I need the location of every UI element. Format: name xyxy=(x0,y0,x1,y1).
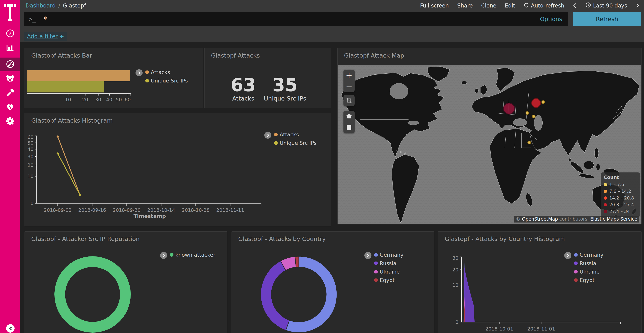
svg-text:20: 20 xyxy=(28,162,34,168)
legend-item[interactable]: Unique Src IPs xyxy=(145,78,188,84)
time-range-button[interactable]: Last 90 days xyxy=(585,2,627,9)
legend-item[interactable]: Germany xyxy=(574,252,603,258)
legend-toggle-chevron-icon[interactable] xyxy=(564,252,571,259)
refresh-cycle-icon xyxy=(524,2,529,9)
query-text[interactable]: * xyxy=(44,15,540,23)
share-button[interactable]: Share xyxy=(457,3,473,9)
legend-item[interactable]: Attacks xyxy=(274,132,317,138)
metric-label: Attacks xyxy=(222,95,264,102)
heartbeat-icon xyxy=(5,102,15,113)
legend-toggle-chevron-icon[interactable] xyxy=(136,69,142,76)
svg-text:20: 20 xyxy=(452,267,458,272)
panel-title[interactable]: Glastopf Attack Map xyxy=(344,52,404,59)
time-next-button[interactable] xyxy=(636,3,640,9)
legend-item[interactable]: Russia xyxy=(374,260,404,266)
sidebar-item-devtools[interactable] xyxy=(0,86,20,100)
legend-item[interactable]: known attacker xyxy=(170,252,216,258)
map-legend-bucket: 7.6 – 14.2 xyxy=(604,189,637,194)
legend-toggle-chevron-icon[interactable] xyxy=(160,252,167,259)
metric-value: 35 xyxy=(262,76,308,94)
sidebar-item-visualize[interactable] xyxy=(0,41,20,55)
auto-refresh-button[interactable]: Auto-refresh xyxy=(524,2,564,9)
map-attack-marker[interactable] xyxy=(503,103,515,115)
axis-tick-label: 20 xyxy=(79,97,91,102)
legend: AttacksUnique Src IPs xyxy=(136,69,188,84)
legend-item[interactable]: Unique Src IPs xyxy=(274,140,317,146)
map-draw-rectangle-button[interactable] xyxy=(344,122,354,133)
legend-toggle-chevron-icon[interactable] xyxy=(264,132,272,139)
map-attack-marker[interactable] xyxy=(532,115,536,118)
time-prev-button[interactable] xyxy=(573,3,577,9)
legend-item[interactable]: Germany xyxy=(374,252,404,258)
bar-unique-src-ips[interactable] xyxy=(27,81,104,93)
attacks-by-country-area-chart[interactable]: 01020302018-10-012018-11-01Timestamp xyxy=(438,231,641,333)
map-attack-marker[interactable] xyxy=(542,100,545,104)
sidebar-item-dashboard[interactable] xyxy=(0,58,20,71)
full-screen-button[interactable]: Full screen xyxy=(420,3,449,9)
map-attack-marker[interactable] xyxy=(528,141,531,144)
legend-item[interactable]: Russia xyxy=(574,260,603,266)
sidebar-item-discover[interactable] xyxy=(0,27,20,41)
svg-text:50: 50 xyxy=(28,140,34,146)
nav-actions: Full screen Share Clone Edit Auto-refres… xyxy=(420,0,640,11)
svg-text:2018-09-02: 2018-09-02 xyxy=(44,207,72,213)
world-map[interactable]: + − Count 1 – 7.67.6 – 14.214.2 – 20.8 xyxy=(338,65,641,224)
map-zoom-in-button[interactable]: + xyxy=(344,70,354,81)
bar-attacks[interactable] xyxy=(27,70,130,81)
telekom-t-logo[interactable] xyxy=(4,4,16,22)
clone-button[interactable]: Clone xyxy=(481,3,496,9)
metric-attacks: 63 Attacks xyxy=(222,76,264,102)
query-options-link[interactable]: Options xyxy=(540,16,562,23)
legend-dot xyxy=(574,278,578,282)
svg-text:2018-10-01: 2018-10-01 xyxy=(485,326,513,332)
breadcrumb-dashboard-link[interactable]: Dashboard xyxy=(26,2,56,9)
metric-label: Unique Src IPs xyxy=(262,95,308,102)
svg-text:0: 0 xyxy=(456,319,458,325)
axis-tick-label: 30 xyxy=(92,97,104,102)
breadcrumb-current: Glastopf xyxy=(63,2,86,9)
openstreetmap-link[interactable]: OpenStreetMap xyxy=(522,216,558,222)
panel-title[interactable]: Glastopf Attacks Bar xyxy=(31,52,92,59)
legend-item[interactable]: Attacks xyxy=(145,69,188,75)
refresh-button[interactable]: Refresh xyxy=(573,12,641,26)
elastic-maps-service-link[interactable]: Elastic Maps Service xyxy=(590,216,637,222)
sidebar-item-tpot[interactable] xyxy=(0,72,20,86)
map-zoom-out-button[interactable]: − xyxy=(344,81,354,92)
attacks-bar-chart[interactable]: 102030405060 xyxy=(27,70,142,107)
top-bar: Dashboard / Glastopf Full screen Share C… xyxy=(20,0,644,42)
svg-text:10: 10 xyxy=(28,174,34,179)
metric-unique-src-ips: 35 Unique Src IPs xyxy=(262,76,308,102)
map-fit-bounds-button[interactable] xyxy=(344,95,354,106)
legend-dot xyxy=(574,261,578,265)
breadcrumb: Dashboard / Glastopf xyxy=(26,0,86,11)
gauge-icon xyxy=(5,59,15,70)
legend-item[interactable]: Egypt xyxy=(374,277,404,283)
legend-dot xyxy=(274,133,278,136)
sidebar-item-management[interactable] xyxy=(0,115,20,129)
sidebar-item-monitoring[interactable] xyxy=(0,101,20,114)
legend: AttacksUnique Src IPs xyxy=(264,132,317,146)
legend-item[interactable]: Egypt xyxy=(574,277,603,283)
svg-text:2018-10-28: 2018-10-28 xyxy=(182,207,210,213)
axis-tick-label: 10 xyxy=(62,97,74,102)
edit-button[interactable]: Edit xyxy=(505,3,515,9)
legend-item[interactable]: Ukraine xyxy=(574,269,603,275)
map-attack-marker[interactable] xyxy=(531,98,541,108)
reputation-donut-chart[interactable] xyxy=(25,231,227,333)
query-input[interactable]: >_ * Options xyxy=(24,12,568,26)
map-legend-dot xyxy=(604,196,607,200)
map-attack-marker[interactable] xyxy=(526,111,529,115)
legend-toggle-chevron-icon[interactable] xyxy=(364,252,372,259)
add-filter-button[interactable]: Add a filter + xyxy=(24,32,67,41)
panel-title[interactable]: Glastopf Attacks xyxy=(211,52,260,59)
map-draw-polygon-button[interactable] xyxy=(344,111,354,122)
panel-attacks-histogram: Glastopf Attacks Histogram 0102030405060… xyxy=(24,113,331,226)
legend-dot xyxy=(374,278,378,282)
attacks-histogram-chart[interactable]: 01020304050602018-09-022018-09-162018-09… xyxy=(25,113,330,226)
legend-dot xyxy=(274,141,278,145)
bear-face-icon xyxy=(5,74,15,84)
axis-tick xyxy=(85,93,86,96)
legend-item[interactable]: Ukraine xyxy=(374,269,404,275)
svg-text:60: 60 xyxy=(28,134,34,140)
collapse-sidebar-button[interactable] xyxy=(6,324,14,332)
